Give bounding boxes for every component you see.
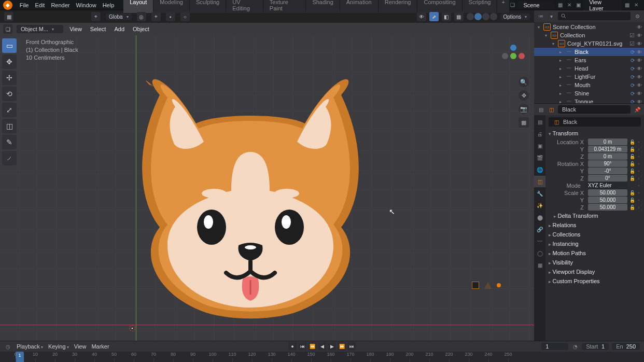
tab-particles[interactable]: ✨ — [534, 200, 545, 211]
section-relations[interactable]: Relations — [549, 220, 641, 230]
scene-browse-icon[interactable]: ▦ — [556, 2, 564, 9]
scale-y-lock-icon[interactable]: 🔓 — [629, 198, 635, 203]
tree-row-ears[interactable]: ▸〰Ears⟳👁 — [534, 56, 644, 64]
select-menu[interactable]: Select — [88, 25, 108, 33]
gizmo-toggle-icon[interactable]: ⬈ — [429, 12, 439, 21]
preview-range-icon[interactable]: ◔ — [571, 343, 579, 350]
menu-file[interactable]: File — [20, 2, 29, 8]
playback-menu[interactable]: Playback — [17, 343, 43, 350]
tree-row-tongue[interactable]: ▸〰Tongue⟳👁 — [534, 98, 644, 103]
delete-viewlayer-icon[interactable]: ✕ — [633, 2, 640, 9]
loc-x-lock-icon[interactable]: 🔓 — [629, 140, 635, 145]
tree-row-scene-collection[interactable]: ▾▭Scene Collection👁 — [534, 23, 644, 31]
tree-row-mouth[interactable]: ▸〰Mouth⟳👁 — [534, 81, 644, 89]
keying-menu[interactable]: Keying — [48, 343, 69, 350]
tab-scene[interactable]: 🎬 — [534, 152, 545, 163]
loc-y-lock-icon[interactable]: 🔓 — [629, 147, 635, 152]
play-icon[interactable]: ▶ — [328, 342, 336, 351]
camera-gizmo-icon[interactable]: 📷 — [519, 104, 529, 114]
editor-type-icon[interactable]: ▦ — [4, 12, 13, 21]
tab-material[interactable]: ◯ — [534, 247, 545, 259]
section-custom-properties[interactable]: Custom Properties — [549, 276, 641, 286]
camera-outline-icon[interactable] — [472, 282, 479, 289]
shading-solid-icon[interactable] — [474, 13, 482, 20]
editor-dropdown-icon[interactable]: ❏ — [3, 24, 12, 34]
loc-x-field[interactable]: 0 m — [588, 138, 627, 145]
persp-gizmo-icon[interactable]: ▦ — [519, 117, 529, 128]
scale-x-field[interactable]: 50.000 — [588, 189, 627, 196]
tree-row-head[interactable]: ▸〰Head⟳👁 — [534, 64, 644, 73]
object-menu[interactable]: Object — [131, 25, 151, 33]
move-tool[interactable]: ✢ — [2, 71, 17, 85]
shading-rendered-icon[interactable] — [490, 13, 497, 20]
snap-type-icon[interactable]: ▪ — [166, 12, 175, 21]
menu-render[interactable]: Render — [51, 2, 69, 8]
props-breadcrumb-name[interactable]: Black — [558, 105, 631, 114]
scale-tool[interactable]: ⤢ — [2, 103, 17, 117]
outliner-display-icon[interactable]: ▾ — [548, 12, 555, 20]
prev-key-icon[interactable]: ⏪ — [308, 342, 316, 351]
options-dropdown[interactable]: Options — [500, 13, 530, 20]
outliner-search[interactable] — [558, 12, 631, 20]
rot-y-field[interactable]: -0° — [588, 168, 627, 174]
rot-mode-dropdown[interactable]: XYZ Euler — [585, 182, 627, 189]
outliner-type-icon[interactable]: ≔ — [537, 12, 544, 20]
tab-modifiers[interactable]: 🔧 — [534, 188, 545, 199]
scale-z-lock-icon[interactable]: 🔓 — [629, 205, 635, 210]
xray-icon[interactable]: ▦ — [454, 12, 464, 21]
tab-viewlayer[interactable]: ▣ — [534, 140, 545, 151]
next-key-icon[interactable]: ⏩ — [338, 342, 346, 351]
cursor-tool[interactable]: ✥ — [2, 54, 17, 69]
scale-x-lock-icon[interactable]: 🔓 — [629, 190, 635, 196]
delete-scene-icon[interactable]: ✕ — [566, 2, 573, 9]
start-frame-field[interactable]: Start1 — [582, 343, 609, 350]
loc-z-field[interactable]: 0 m — [588, 153, 627, 160]
menu-window[interactable]: Window — [76, 2, 96, 8]
timeline-type-icon[interactable]: ◷ — [4, 343, 11, 350]
end-frame-field[interactable]: En250 — [612, 343, 640, 350]
transform-tool[interactable]: ◫ — [2, 119, 17, 133]
view-menu[interactable]: View — [67, 25, 84, 33]
autokey-icon[interactable]: ● — [288, 342, 297, 351]
jump-end-icon[interactable]: ⏭ — [347, 342, 356, 351]
gizmo-x-icon[interactable] — [519, 53, 525, 59]
props-pin-icon[interactable]: 📌 — [634, 106, 641, 113]
proportional-icon[interactable]: ○ — [180, 12, 190, 21]
pivot-icon[interactable]: ◎ — [137, 12, 146, 21]
tree-row-lightfur[interactable]: ▸〰LightFur⟳👁 — [534, 73, 644, 81]
section-motion-paths[interactable]: Motion Paths — [549, 248, 641, 258]
rot-z-field[interactable]: 0° — [588, 175, 627, 182]
rotate-tool[interactable]: ⟲ — [2, 87, 17, 101]
gizmo-z-icon[interactable] — [510, 45, 516, 51]
tree-row-corgi-kytr0121-svg[interactable]: ▾▭Corgi_KYTR0121.svg☑👁 — [534, 39, 644, 48]
tab-texture[interactable]: ▦ — [534, 259, 545, 271]
scale-y-field[interactable]: 50.000 — [588, 197, 627, 203]
zoom-gizmo-icon[interactable]: 🔍 — [519, 77, 529, 87]
shading-wireframe-icon[interactable] — [467, 13, 474, 20]
tab-physics[interactable]: ⬤ — [534, 212, 545, 223]
tree-row-collection[interactable]: ▾▭Collection☑👁 — [534, 31, 644, 39]
orientation-dropdown[interactable]: Globa — [106, 13, 132, 20]
corgi-object[interactable] — [118, 66, 383, 326]
play-rev-icon[interactable]: ◀ — [318, 342, 326, 351]
section-delta-transform[interactable]: Delta Transform — [549, 211, 641, 220]
rot-x-lock-icon[interactable]: 🔓 — [629, 161, 635, 166]
loc-z-lock-icon[interactable]: 🔓 — [629, 154, 635, 159]
rot-x-field[interactable]: 90° — [588, 160, 627, 167]
tab-constraints[interactable]: 🔗 — [534, 224, 545, 235]
camera-tri-icon[interactable] — [484, 282, 492, 289]
outliner-filter-icon[interactable]: ⚙ — [634, 12, 641, 20]
orientation-icon[interactable]: ⌖ — [91, 12, 101, 21]
select-tool[interactable]: ▭ — [2, 38, 17, 53]
loc-y-field[interactable]: 0.043129 m — [588, 146, 627, 152]
properties-body[interactable]: ◫ Black Transform Location X0 m🔓• Y0.043… — [545, 115, 644, 341]
timeline-ruler[interactable]: 1 01020304050607080901001101201301401501… — [0, 352, 644, 362]
section-viewport-display[interactable]: Viewport Display — [549, 267, 641, 276]
props-type-icon[interactable]: ▤ — [537, 106, 544, 113]
tab-object[interactable]: ◫ — [534, 176, 545, 187]
menu-help[interactable]: Help — [103, 2, 115, 8]
viewlayer-browse-icon[interactable]: ▦ — [624, 2, 631, 9]
marker-menu[interactable]: Marker — [91, 343, 109, 350]
menu-edit[interactable]: Edit — [35, 2, 45, 8]
tab-data[interactable]: 〰 — [534, 235, 545, 247]
